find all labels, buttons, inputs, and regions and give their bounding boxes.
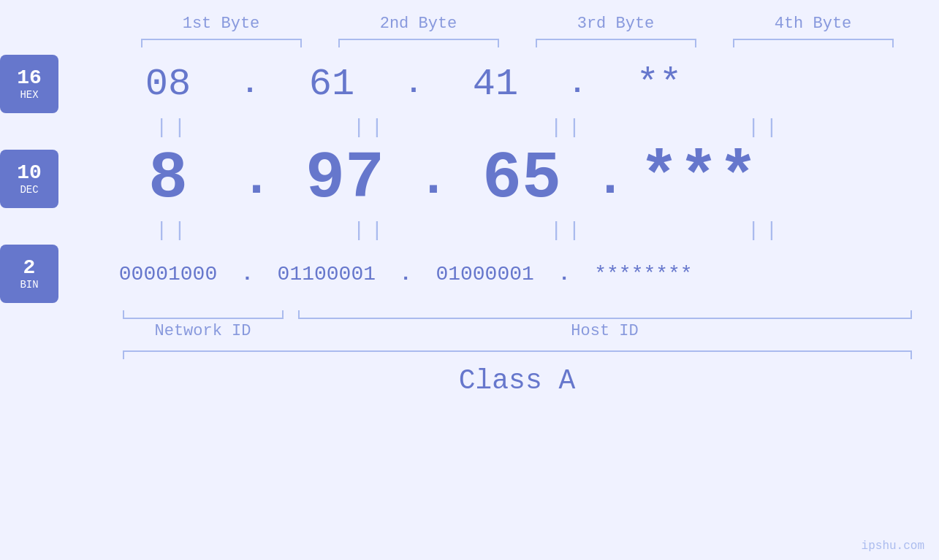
- dec-byte-2: 97: [265, 142, 425, 216]
- host-id-label: Host ID: [298, 322, 912, 340]
- dec-row: 10 DEC 8 . 97 . 65 . ***: [0, 142, 939, 216]
- dec-badge-label: DEC: [20, 185, 38, 196]
- id-labels: Network ID Host ID: [123, 322, 912, 340]
- equals-row-2: || || || ||: [75, 219, 864, 242]
- bracket-3: [536, 39, 696, 47]
- bin-badge-num: 2: [23, 257, 36, 280]
- byte-header-3: 3rd Byte: [536, 15, 696, 33]
- watermark: ipshu.com: [862, 540, 924, 553]
- bracket-2: [338, 39, 499, 47]
- bracket-1: [141, 39, 302, 47]
- main-container: 1st Byte 2nd Byte 3rd Byte 4th Byte 16 H…: [0, 0, 939, 560]
- hex-values: 08 . 61 . 41 . **: [88, 63, 939, 106]
- bin-byte-4: ********: [563, 263, 723, 285]
- bin-badge-label: BIN: [20, 280, 38, 291]
- bin-byte-1: 00001000: [88, 263, 248, 285]
- top-brackets: [123, 39, 912, 47]
- equals-row-1: || || || ||: [75, 116, 864, 139]
- eq2-1: ||: [94, 219, 254, 242]
- eq2-4: ||: [685, 219, 846, 242]
- bin-values: 00001000 . 01100001 . 01000001 . *******…: [88, 263, 939, 285]
- bin-row: 2 BIN 00001000 . 01100001 . 01000001 . *…: [0, 245, 939, 303]
- dec-byte-1: 8: [88, 142, 248, 216]
- hex-badge-num: 16: [17, 67, 42, 90]
- eq2-3: ||: [488, 219, 649, 242]
- dec-byte-4: ***: [618, 142, 779, 216]
- host-bracket: [298, 310, 912, 319]
- byte-header-4: 4th Byte: [733, 15, 894, 33]
- byte-header-2: 2nd Byte: [338, 15, 499, 33]
- eq1-4: ||: [685, 116, 846, 139]
- dec-badge-num: 10: [17, 162, 42, 185]
- dec-badge: 10 DEC: [0, 150, 58, 208]
- bottom-brackets-row: [123, 310, 912, 319]
- hex-badge: 16 HEX: [0, 55, 58, 113]
- bin-badge: 2 BIN: [0, 245, 58, 303]
- class-label: Class A: [123, 365, 912, 396]
- bin-byte-2: 01100001: [246, 263, 407, 285]
- hex-byte-1: 08: [88, 63, 248, 106]
- byte-headers: 1st Byte 2nd Byte 3rd Byte 4th Byte: [123, 15, 912, 33]
- network-id-label: Network ID: [123, 322, 284, 340]
- eq1-1: ||: [94, 116, 254, 139]
- class-bracket: [123, 350, 912, 359]
- bin-byte-3: 01000001: [405, 263, 566, 285]
- eq1-2: ||: [291, 116, 452, 139]
- dec-values: 8 . 97 . 65 . ***: [88, 142, 939, 216]
- eq2-2: ||: [291, 219, 452, 242]
- class-section: Class A: [123, 350, 912, 396]
- dec-byte-3: 65: [441, 142, 602, 216]
- network-bracket: [123, 310, 284, 319]
- eq1-3: ||: [488, 116, 649, 139]
- bracket-4: [733, 39, 894, 47]
- hex-byte-3: 41: [415, 63, 576, 106]
- hex-byte-2: 61: [251, 63, 412, 106]
- hex-row: 16 HEX 08 . 61 . 41 . **: [0, 55, 939, 113]
- hex-badge-label: HEX: [20, 90, 38, 101]
- byte-header-1: 1st Byte: [141, 15, 302, 33]
- hex-byte-4: **: [579, 63, 740, 106]
